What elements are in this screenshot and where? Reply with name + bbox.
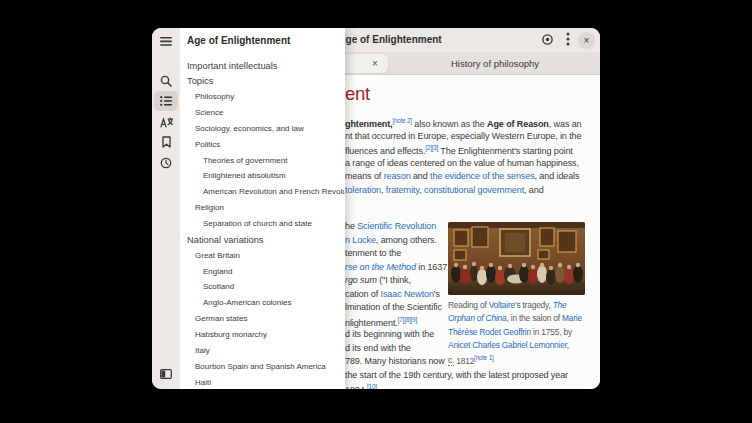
toc-item[interactable]: Sociology, economics, and law: [195, 122, 304, 136]
toc-item[interactable]: Italy: [195, 344, 210, 358]
article-link[interactable]: Voltaire: [489, 300, 515, 310]
toc-item[interactable]: Topics: [187, 74, 213, 88]
text-segment: ,: [567, 340, 569, 350]
text-segment: also known as the: [412, 119, 487, 129]
toggle-sidebar-button[interactable]: [154, 364, 178, 384]
toc-item[interactable]: Anglo-American colonies: [203, 296, 292, 310]
toc-item[interactable]: American Revolution and French Revolutio…: [203, 185, 345, 199]
text-line: being the death of Immanuel Kant in 1804…: [345, 383, 377, 389]
history-clock-icon: [160, 157, 172, 169]
toc-button[interactable]: [154, 91, 178, 111]
toc-item[interactable]: Politics: [195, 138, 220, 152]
article-link[interactable]: reason: [384, 171, 411, 181]
text-segment: 's: [434, 289, 440, 299]
article-link[interactable]: Marie: [562, 313, 582, 323]
close-window-button[interactable]: ×: [578, 32, 595, 49]
article-link[interactable]: [10]: [367, 383, 377, 389]
toc-item[interactable]: German states: [195, 312, 247, 326]
article-image[interactable]: [448, 222, 585, 295]
text-line: outbreak of the French Revolution in 178…: [345, 356, 445, 366]
toc-item[interactable]: Scotland: [203, 280, 234, 294]
text-segment: ent: [345, 83, 370, 104]
article-link[interactable]: Anicet Charles Gabriel Lemonnier: [448, 340, 567, 350]
article-link[interactable]: fraternity: [386, 185, 419, 195]
article-link[interactable]: toleration: [345, 185, 381, 195]
text-segment: 1804.: [345, 385, 367, 390]
text-segment: , was an: [549, 119, 582, 129]
tab-history-of-philosophy[interactable]: History of philosophy: [392, 54, 598, 73]
history-button[interactable]: [154, 153, 178, 173]
text-line: The Enlightenment was preceded by the Sc…: [345, 221, 436, 231]
toc-item[interactable]: Great Britain: [195, 249, 240, 263]
article-link[interactable]: The: [553, 300, 567, 310]
app-window: Age of Enlightenment × Age of Enlightenm…: [152, 28, 600, 389]
article-heading: Age of Enlightenment: [345, 83, 370, 105]
toc-item[interactable]: Theories of government: [203, 154, 288, 168]
sidebar-rail: [152, 28, 180, 389]
toc-item[interactable]: Science: [195, 106, 223, 120]
toc-item[interactable]: Religion: [195, 201, 224, 215]
article-link[interactable]: Orphan of China: [448, 313, 506, 323]
text-segment: tenment to the: [345, 248, 401, 258]
article-link[interactable]: Thérèse Rodet Geoffrin: [448, 327, 531, 337]
text-segment: means of: [345, 171, 384, 181]
text-segment: Reading of: [448, 300, 489, 310]
text-line: Revolution and the beginning of the Enli…: [345, 316, 417, 328]
toc-title: Age of Enlightenment: [187, 35, 290, 46]
search-icon: [160, 75, 172, 87]
article-link[interactable]: Scientific Revolution: [357, 221, 436, 231]
article-link[interactable]: n Locke: [345, 235, 376, 245]
text-line: Anicet Charles Gabriel Lemonnier,: [448, 340, 569, 350]
text-segment: ("I think,: [377, 275, 411, 285]
toggle-sidebar-icon: [160, 369, 172, 379]
text-line: death of Louis XIV of France in 1715 and…: [345, 343, 411, 353]
main-menu-button[interactable]: [154, 31, 178, 51]
text-segment: nt that occurred in Europe, especially W…: [345, 131, 581, 141]
toc-item[interactable]: Separation of church and state: [203, 217, 312, 231]
primary-menu-button[interactable]: [559, 32, 576, 49]
bookmarks-button[interactable]: [154, 132, 178, 152]
text-line: European historians traditionally dated …: [345, 329, 434, 339]
text-line: intellectual and philosophical movement …: [345, 131, 581, 141]
bookmark-icon: [162, 136, 171, 148]
toc-item[interactable]: Important intellectuals: [187, 59, 277, 73]
toc-item[interactable]: Haiti: [195, 376, 211, 390]
tab-label: History of philosophy: [451, 58, 539, 69]
search-button[interactable]: [154, 71, 178, 91]
languages-button[interactable]: [154, 112, 178, 132]
article-link[interactable]: the evidence of the senses: [430, 171, 534, 181]
kebab-menu-icon: [566, 32, 570, 50]
text-line: 17th and 18th centuries, with global inf…: [345, 144, 573, 156]
text-segment: and: [411, 171, 431, 181]
text-segment: he: [345, 221, 357, 231]
text-line: featuring his famous dictum, Cogito, erg…: [345, 275, 411, 285]
text-line: the pursuit of knowledge obtained by mea…: [345, 171, 579, 181]
view-appearance-button[interactable]: [539, 32, 556, 49]
text-segment: fluences and effects.: [345, 146, 425, 156]
desktop: { "colors":{"link_blue":"#2d6cc0","headi…: [0, 0, 752, 423]
article-link[interactable]: Isaac Newton: [381, 289, 434, 299]
text-line: therefore I am"). Others cite the public…: [345, 289, 440, 299]
toc-list-icon: [160, 96, 172, 106]
text-segment: 789. Many historians now: [345, 356, 445, 366]
toc-item[interactable]: National variations: [187, 233, 263, 247]
text-segment: nlightenment.: [345, 317, 398, 327]
article-link[interactable]: [2][3]: [425, 144, 438, 151]
text-line: The Enlightenment,[note 2] also known as…: [345, 117, 582, 129]
toc-item[interactable]: Bourbon Spain and Spanish America: [195, 360, 326, 374]
text-segment: in 1637,: [416, 262, 450, 272]
article-link[interactable]: constitutional government: [424, 185, 524, 195]
text-line: Thérèse Rodet Geoffrin in 1755, by: [448, 327, 572, 337]
eye-icon: [541, 32, 554, 50]
toc-item[interactable]: Philosophy: [195, 90, 234, 104]
text-line: such as natural law, liberty, progress, …: [345, 185, 544, 195]
tab-close-button[interactable]: ×: [368, 54, 382, 73]
article-link[interactable]: [note 1]: [474, 354, 493, 361]
article-link[interactable]: [7][8][9]: [398, 316, 417, 323]
text-segment: The Enlightenment's starting point: [438, 146, 573, 156]
article-link[interactable]: rse on the Method: [345, 262, 416, 272]
toc-item[interactable]: Habsburg monarchy: [195, 328, 267, 342]
toc-item[interactable]: Enlightened absolutism: [203, 169, 286, 183]
article-link[interactable]: [note 2]: [393, 117, 412, 124]
toc-item[interactable]: England: [203, 265, 232, 279]
